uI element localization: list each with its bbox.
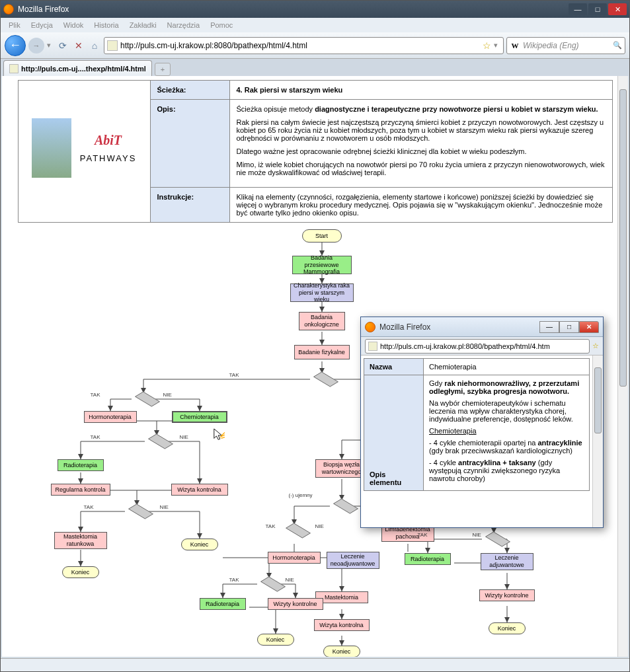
tab-active[interactable]: http://puls.cm-uj....thexp/html/4.html bbox=[3, 60, 152, 76]
tab-label: http://puls.cm-uj....thexp/html/4.html bbox=[21, 65, 146, 73]
node-wizyta-kontrolna-2[interactable]: Wizyta kontrolna bbox=[314, 619, 370, 631]
popup-minimize-button[interactable]: — bbox=[539, 321, 559, 333]
node-badanie-fizykalne[interactable]: Badanie fizykalne bbox=[294, 345, 350, 359]
popup-firefox-icon bbox=[365, 322, 375, 332]
scroll-thumb[interactable] bbox=[619, 89, 627, 387]
decision-7[interactable] bbox=[285, 523, 310, 539]
node-koniec-1[interactable]: Koniec bbox=[181, 539, 218, 550]
svg-marker-69 bbox=[339, 640, 344, 646]
url-bar[interactable]: http://puls.cm-uj.krakow.pl:8080/bpathex… bbox=[104, 37, 504, 54]
node-charakterystyka[interactable]: Charakterystyka raka piersi w starszym w… bbox=[290, 283, 354, 302]
back-button[interactable]: ← bbox=[5, 35, 26, 56]
bookmark-star-icon[interactable]: ☆ bbox=[483, 40, 491, 51]
svg-marker-35 bbox=[78, 527, 83, 532]
popup-bookmark-star-icon[interactable]: ☆ bbox=[592, 342, 599, 350]
firefox-icon bbox=[3, 4, 14, 15]
node-radioterapia-3[interactable]: Radioterapia bbox=[405, 553, 451, 565]
logo-pathways: PATHWAYS bbox=[80, 153, 137, 163]
node-radioterapia-1[interactable]: Radioterapia bbox=[58, 459, 104, 471]
close-button[interactable]: ✕ bbox=[608, 3, 627, 15]
stop-button[interactable]: ✕ bbox=[72, 39, 85, 52]
node-leczenie-neoadjuwantowe[interactable]: Leczenie neoadjuwantowe bbox=[327, 552, 379, 569]
svg-marker-65 bbox=[339, 586, 344, 591]
maximize-button[interactable]: □ bbox=[588, 3, 607, 15]
popup-scroll-thumb[interactable] bbox=[594, 367, 602, 433]
new-tab-button[interactable]: + bbox=[155, 63, 171, 76]
node-koniec-2[interactable]: Koniec bbox=[62, 566, 99, 578]
decision-10[interactable] bbox=[485, 532, 510, 547]
tab-page-icon bbox=[9, 64, 19, 73]
home-button[interactable]: ⌂ bbox=[88, 39, 101, 52]
node-badania-onkologiczne[interactable]: Badania onkologiczne bbox=[299, 312, 345, 330]
popup-opis-cell: Gdy rak niehormonowrażliwy, z przerzutam… bbox=[424, 375, 590, 491]
window-title: Mozilla Firefox bbox=[18, 5, 569, 14]
popup-maximize-button[interactable]: □ bbox=[559, 321, 579, 333]
logo-abit: AbiT bbox=[80, 133, 137, 148]
decision-1[interactable] bbox=[313, 372, 338, 387]
svg-marker-46 bbox=[339, 454, 344, 459]
popup-scrollbar[interactable] bbox=[592, 355, 603, 527]
node-mastektomia[interactable]: Mastektomia bbox=[315, 591, 368, 603]
node-wizyty-kontrolne-1[interactable]: Wizyty kontrolne bbox=[268, 598, 323, 610]
menu-narzedzia[interactable]: Narzędzia bbox=[163, 20, 204, 30]
popup-window: Mozilla Firefox — □ ✕ http://puls.cm-uj.… bbox=[360, 317, 604, 528]
svg-marker-7 bbox=[319, 340, 325, 345]
popup-url-text: http://puls.cm-uj.krakow.pl:8080/bpathex… bbox=[380, 342, 550, 350]
search-bar[interactable]: W Wikipedia (Eng) 🔍 bbox=[506, 37, 625, 54]
reload-button[interactable]: ⟳ bbox=[56, 39, 69, 52]
sciezka-value: 4. Rak piersi w starszym wieku bbox=[229, 81, 612, 100]
node-start[interactable]: Start bbox=[302, 229, 342, 243]
svg-marker-67 bbox=[339, 614, 344, 619]
node-chemioterapia[interactable]: Chemioterapia bbox=[172, 411, 227, 423]
search-placeholder: Wikipedia (Eng) bbox=[523, 41, 613, 50]
menu-edycja[interactable]: Edycja bbox=[27, 20, 57, 30]
opis-label: Opis: bbox=[150, 100, 229, 188]
decision-6[interactable] bbox=[333, 499, 358, 514]
node-regularna-kontrola[interactable]: Regularna kontrola bbox=[51, 484, 110, 496]
svg-marker-83 bbox=[425, 548, 430, 553]
info-table: AbiT PATHWAYS Ścieżka: 4. Rak piersi w s… bbox=[18, 80, 613, 223]
node-koniec-3[interactable]: Koniec bbox=[323, 646, 360, 657]
menu-pomoc[interactable]: Pomoc bbox=[206, 20, 237, 30]
svg-marker-89 bbox=[504, 584, 510, 589]
node-koniec-4[interactable]: Koniec bbox=[257, 634, 294, 646]
node-wizyty-kontrolne-2[interactable]: Wizyty kontrolne bbox=[479, 589, 535, 601]
sciezka-label: Ścieżka: bbox=[150, 81, 229, 100]
instrukcje-label: Instrukcje: bbox=[150, 188, 229, 223]
svg-marker-86 bbox=[504, 548, 510, 553]
menu-zakladki[interactable]: Zakładki bbox=[126, 20, 161, 30]
menu-historia[interactable]: Historia bbox=[90, 20, 122, 30]
menu-widok[interactable]: Widok bbox=[59, 20, 88, 30]
node-badania-przesiewowe[interactable]: Badania przesiewowe Mammografia bbox=[292, 256, 352, 274]
decision-3[interactable] bbox=[147, 434, 173, 449]
node-mastektomia-ratunkowa[interactable]: Mastektomia ratunkowa bbox=[54, 532, 107, 549]
svg-marker-38 bbox=[197, 533, 202, 539]
popup-close-button[interactable]: ✕ bbox=[579, 321, 599, 333]
main-scrollbar[interactable] bbox=[617, 76, 628, 657]
svg-marker-91 bbox=[504, 617, 510, 622]
menubar: Plik Edycja Widok Historia Zakładki Narz… bbox=[1, 18, 629, 32]
decision-4[interactable] bbox=[128, 504, 153, 519]
search-go-icon[interactable]: 🔍 bbox=[613, 41, 622, 50]
node-radioterapia-2[interactable]: Radioterapia bbox=[200, 598, 246, 610]
popup-opis-label: Opis elementu bbox=[364, 375, 424, 491]
node-wizyta-kontrolna-1[interactable]: Wizyta kontrolna bbox=[171, 484, 228, 496]
node-koniec-5[interactable]: Koniec bbox=[489, 622, 526, 634]
popup-url-input[interactable]: http://puls.cm-uj.krakow.pl:8080/bpathex… bbox=[365, 339, 590, 354]
node-leczenie-adjuwantowe[interactable]: Leczenie adjuwantowe bbox=[481, 553, 533, 570]
minimize-button[interactable]: — bbox=[569, 3, 587, 15]
svg-marker-40 bbox=[78, 561, 83, 566]
popup-titlebar: Mozilla Firefox — □ ✕ bbox=[361, 317, 603, 337]
forward-button[interactable]: → bbox=[28, 38, 44, 54]
logo-image bbox=[32, 118, 71, 178]
svg-marker-26 bbox=[78, 478, 83, 484]
logo-cell: AbiT PATHWAYS bbox=[18, 81, 150, 223]
popup-body: Nazwa Chemioterapia Opis elementu Gdy ra… bbox=[361, 355, 592, 527]
node-hormonoterapia-1[interactable]: Hormonoterapia bbox=[84, 411, 137, 423]
menu-plik[interactable]: Plik bbox=[5, 20, 24, 30]
page-icon bbox=[107, 40, 118, 51]
opis-cell: Ścieżka opisuje metody diagnostyczne i t… bbox=[229, 100, 612, 188]
decision-8[interactable] bbox=[260, 577, 285, 592]
decision-2[interactable] bbox=[134, 392, 159, 407]
node-hormonoterapia-2[interactable]: Hormonoterapia bbox=[268, 552, 321, 564]
